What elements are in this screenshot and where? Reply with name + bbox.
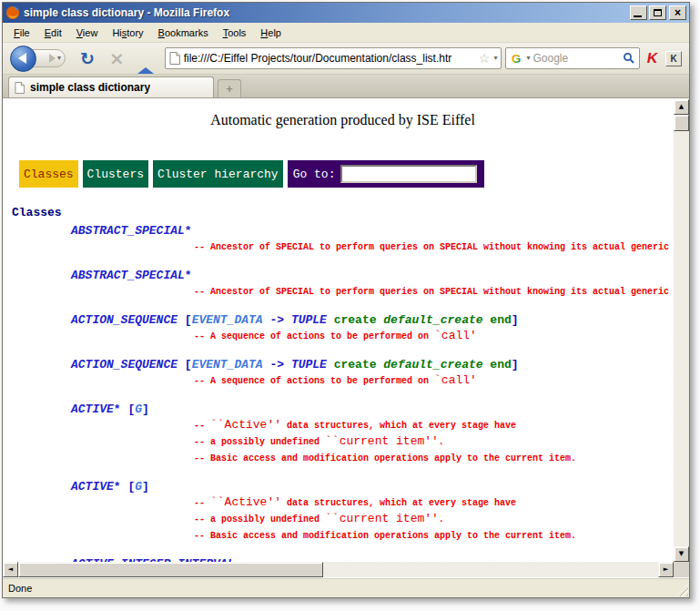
comment-token: -- Ancestor of SPECIAL to perform querie… [194,287,669,297]
class-list: ABSTRACT_SPECIAL*-- Ancestor of SPECIAL … [12,224,674,562]
comment-token: -- Basic access and modification operati… [194,453,576,463]
class-comment-line: -- Basic access and modification operati… [71,527,674,544]
class-name-line: ACTION_SEQUENCE [EVENT_DATA -> TUPLE cre… [71,358,674,372]
comment-token: . [439,514,444,524]
class-name-line: ABSTRACT_SPECIAL* [71,269,674,283]
class-link[interactable]: ACTION_SEQUENCE [71,313,178,327]
class-link[interactable]: ACTION_SEQUENCE [71,358,178,372]
name-token: [ [178,313,192,327]
goto-input[interactable] [340,165,477,183]
tab-page-icon [15,82,25,94]
class-name-line: ACTIVE* [G] [71,402,674,417]
back-button[interactable] [10,46,36,72]
search-magnifier-icon[interactable] [623,52,635,65]
generic-param-link[interactable]: G [135,402,142,416]
generic-param-link[interactable]: EVENT_DATA [192,313,263,327]
vertical-scroll-thumb[interactable] [674,115,689,131]
name-token: end [483,358,512,372]
search-engine-dropdown-icon[interactable]: ▾ [526,55,530,62]
stop-button[interactable]: × [104,47,130,69]
window-title: simple class dictionary - Mozilla Firefo… [24,6,628,19]
menu-file[interactable]: File [6,25,37,41]
class-link[interactable]: ABSTRACT_SPECIAL [71,269,185,282]
class-link[interactable]: ACTIVE [71,402,114,416]
comment-token: -- [194,498,210,508]
class-entry: ACTIVE_INTEGER_INTERVAL [12,557,674,562]
class-link[interactable]: ACTIVE [71,480,114,494]
menu-edit[interactable]: Edit [37,25,69,41]
firefox-icon [5,5,20,20]
class-link[interactable]: TUPLE [291,358,327,372]
menu-bookmarks[interactable]: Bookmarks [151,25,216,41]
navigation-toolbar: ▾ ↻ × ☆ ▾ G ▾ [3,43,689,75]
class-comment-line: -- ``Active'' data structures, which at … [71,417,674,433]
home-button[interactable] [137,52,154,66]
page-icon [169,52,180,65]
maximize-icon [654,9,662,16]
url-input[interactable] [184,52,475,65]
scroll-left-button[interactable]: ◄ [3,562,18,577]
class-entry: ACTIVE* [G]-- ``Active'' data structures… [12,402,674,466]
menu-bar: FileEditViewHistoryBookmarksToolsHelp [3,23,689,43]
name-token: create [327,358,383,372]
comment-token: ``current item'' [325,512,439,525]
new-tab-button[interactable]: + [218,79,241,97]
keyboard-k-button[interactable]: K [665,51,682,66]
url-dropdown-icon[interactable]: ▾ [493,55,497,62]
resize-grip[interactable] [675,584,688,596]
search-box[interactable]: G ▾ [505,47,640,69]
minimize-icon [634,15,642,17]
minimize-button[interactable] [630,5,647,20]
comment-token: -- a possibly undefined [194,437,325,447]
title-bar: simple class dictionary - Mozilla Firefo… [3,3,689,23]
comment-token: ``Active'' [210,418,281,432]
class-link[interactable]: ACTIVE_INTEGER_INTERVAL [71,557,234,562]
name-token: default_create [383,313,482,327]
back-forward-group: ▾ [10,46,66,72]
search-input[interactable] [533,52,620,65]
scroll-up-button[interactable]: ▲ [674,99,689,115]
refresh-button[interactable]: ↻ [75,48,100,68]
scrollbar-corner [674,562,689,577]
class-comment-line: -- Ancestor of SPECIAL to perform querie… [71,239,674,255]
bookmark-star-icon[interactable]: ☆ [479,51,491,66]
horizontal-scroll-track[interactable] [323,562,658,577]
horizontal-scroll-thumb[interactable] [18,562,323,577]
menu-help[interactable]: Help [253,25,289,41]
class-entry: ABSTRACT_SPECIAL*-- Ancestor of SPECIAL … [12,224,674,255]
maximize-button[interactable] [649,5,666,20]
comment-token: -- A sequence of actions to be performed… [194,331,434,341]
close-button[interactable]: × [669,5,686,20]
close-icon: × [675,7,681,18]
name-token: * [114,402,121,416]
vertical-scroll-track[interactable] [674,131,689,546]
tab-simple-class-dictionary[interactable]: simple class dictionary [8,76,214,97]
menu-history[interactable]: History [105,25,150,41]
class-comment-line: -- A sequence of actions to be performed… [71,372,674,389]
class-comment-line: -- Ancestor of SPECIAL to perform querie… [71,283,674,300]
kaspersky-icon[interactable]: K [643,51,663,66]
url-bar[interactable]: ☆ ▾ [165,47,502,69]
generic-param-link[interactable]: G [135,480,142,494]
class-entry: ABSTRACT_SPECIAL*-- Ancestor of SPECIAL … [12,269,674,300]
generic-param-link[interactable]: EVENT_DATA [192,358,263,372]
class-comment-line: -- a possibly undefined ``current item''… [71,511,674,527]
class-link[interactable]: TUPLE [291,313,327,327]
page-button-classes[interactable]: Classes [19,160,78,188]
scroll-right-button[interactable]: ► [658,562,674,577]
scroll-down-button[interactable]: ▼ [674,546,689,562]
menu-tools[interactable]: Tools [216,25,254,41]
page-button-cluster-hierarchy[interactable]: Cluster hierarchy [153,160,283,188]
class-entry: ACTION_SEQUENCE [EVENT_DATA -> TUPLE cre… [12,313,674,344]
name-token: [ [121,480,136,494]
page-button-clusters[interactable]: Clusters [83,160,148,188]
menu-view[interactable]: View [69,25,106,41]
history-dropdown-icon[interactable]: ▾ [57,55,61,62]
goto-box: Go to: [288,160,485,188]
class-link[interactable]: ABSTRACT_SPECIAL [71,224,185,238]
svg-text:G: G [512,52,521,66]
name-token: [ [121,402,136,416]
name-token: default_create [383,358,482,372]
home-icon [137,52,154,74]
name-token: * [185,224,192,238]
